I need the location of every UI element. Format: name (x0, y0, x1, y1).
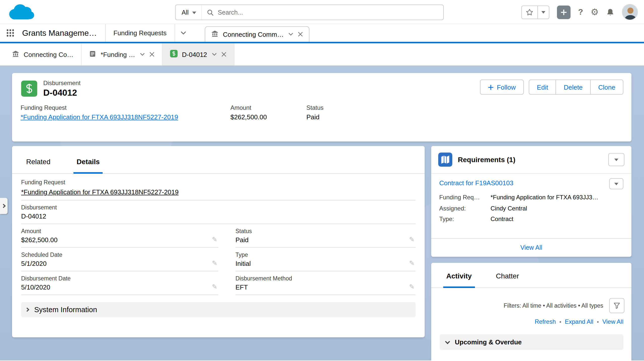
field-label: Disbursement (21, 204, 416, 210)
detail-tabs: Related Details (12, 146, 425, 174)
record-titles: Disbursement D-04012 (43, 80, 80, 98)
requirement-field-type: Type: Contract (439, 215, 623, 223)
split-view-toggle[interactable] (0, 198, 8, 214)
field-label: Funding Request (21, 104, 230, 111)
close-subtab-icon[interactable] (221, 52, 226, 57)
subtab-funding-request[interactable]: *Funding … (82, 43, 162, 65)
activity-links-row: Refresh • Expand All • View All (431, 313, 631, 325)
subtab-menu-chevron-icon[interactable] (140, 53, 145, 56)
field-status: Status Paid ✎ (235, 224, 416, 248)
section-title: Upcoming & Overdue (455, 338, 522, 346)
search-scope-dropdown[interactable]: All (176, 5, 201, 20)
requirement-link[interactable]: Contract for F19AS00103 (439, 179, 513, 187)
field-value: 5/10/2020 (21, 283, 218, 291)
disbursement-icon (170, 50, 177, 59)
funding-request-link[interactable]: *Funding Application for FTXA 693JJ318NF… (21, 113, 230, 121)
chevron-down-icon (541, 11, 545, 16)
subtab-label: D-04012 (182, 51, 207, 58)
system-information-section[interactable]: System Information (21, 302, 416, 317)
workspace-subtabs: Connecting Co… *Funding … D-04012 (0, 43, 644, 66)
nav-item-dropdown-button[interactable] (175, 24, 192, 42)
refresh-link[interactable]: Refresh (535, 318, 556, 325)
account-bank-icon (12, 50, 19, 59)
field-label: Scheduled Date (21, 252, 218, 258)
plus-icon (488, 84, 494, 90)
field-value: $262,500.00 (21, 236, 218, 244)
follow-button[interactable]: Follow (480, 80, 524, 95)
subtab-label: Connecting Co… (24, 51, 73, 58)
edit-pencil-icon[interactable]: ✎ (212, 259, 217, 267)
expand-all-link[interactable]: Expand All (565, 318, 593, 325)
delete-button[interactable]: Delete (556, 80, 591, 95)
search-scope-label: All (182, 9, 189, 16)
field-type: Type Initial ✎ (235, 248, 416, 271)
detail-field-grid: Amount $262,500.00 ✎ Status Paid ✎ Sched… (21, 224, 416, 295)
field-disbursement-method: Disbursement Method EFT ✎ (235, 271, 416, 295)
field-scheduled-date: Scheduled Date 5/1/2020 ✎ (21, 248, 218, 271)
setup-gear-icon[interactable]: ⚙ (591, 8, 599, 17)
upcoming-overdue-section[interactable]: Upcoming & Overdue (440, 334, 623, 350)
close-subtab-icon[interactable] (149, 52, 154, 57)
view-all-link[interactable]: View All (520, 244, 542, 251)
field-label: Status (306, 104, 324, 111)
row-actions-dropdown-button[interactable] (609, 178, 623, 189)
edit-pencil-icon[interactable]: ✎ (212, 283, 217, 291)
edit-pencil-icon[interactable]: ✎ (212, 236, 217, 243)
field-value: 5/1/2020 (21, 260, 218, 267)
tab-chatter[interactable]: Chatter (496, 272, 519, 287)
bullet-separator: • (597, 319, 599, 325)
edit-pencil-icon[interactable]: ✎ (409, 236, 415, 243)
salesforce-logo-icon (5, 2, 36, 25)
close-tab-icon[interactable] (298, 32, 303, 37)
account-bank-icon (211, 30, 218, 39)
subtab-menu-chevron-icon[interactable] (212, 53, 217, 56)
tab-activity[interactable]: Activity (446, 272, 472, 287)
view-all-link[interactable]: View All (602, 318, 623, 325)
filter-button[interactable] (609, 298, 624, 313)
activity-filters-row: Filters: All time • All activities • All… (431, 288, 631, 313)
favorites-dropdown-button[interactable] (538, 6, 549, 18)
field-label: Amount (21, 228, 218, 234)
field-value: Contract (491, 215, 623, 223)
edit-pencil-icon[interactable]: ✎ (409, 259, 415, 267)
funding-request-link[interactable]: *Funding Application for FTXA 693JJ3… (491, 194, 623, 202)
help-icon[interactable]: ? (578, 8, 583, 17)
search-icon (207, 9, 214, 16)
highlight-fields: Funding Request *Funding Application for… (12, 100, 631, 128)
tab-details[interactable]: Details (77, 158, 100, 173)
requirement-item: Contract for F19AS00103 Funding Req… *Fu… (431, 174, 631, 238)
tab-related[interactable]: Related (26, 158, 51, 173)
field-label: Status (235, 228, 416, 234)
global-actions-plus-button[interactable] (557, 5, 571, 19)
funding-request-link[interactable]: *Funding Application for FTXA 693JJ318NF… (21, 188, 179, 196)
tab-menu-chevron-icon[interactable] (288, 33, 293, 36)
plus-icon (560, 9, 567, 15)
follow-button-label: Follow (497, 83, 516, 91)
card-actions-dropdown-button[interactable] (608, 153, 624, 166)
field-label: Type (235, 252, 416, 258)
field-label: Disbursement Date (21, 275, 218, 281)
chevron-right-icon (25, 308, 29, 312)
user-avatar[interactable] (622, 4, 638, 20)
app-launcher-icon[interactable] (0, 24, 20, 42)
assigned-user-link[interactable]: Cindy Central (491, 205, 623, 212)
field-disbursement-date: Disbursement Date 5/10/2020 ✎ (21, 271, 218, 295)
workspace-tab-connecting-communities[interactable]: Connecting Comm… (205, 26, 309, 42)
field-label: Funding Request (21, 179, 416, 185)
notifications-bell-icon[interactable] (606, 8, 614, 16)
global-actions: ? ⚙ (521, 0, 638, 24)
subtab-connecting-communities[interactable]: Connecting Co… (0, 43, 82, 65)
edit-pencil-icon[interactable]: ✎ (409, 283, 415, 291)
subtab-disbursement-active[interactable]: D-04012 (162, 43, 234, 65)
record-name: D-04012 (43, 88, 80, 98)
search-input[interactable] (218, 5, 443, 20)
favorites-star-button[interactable] (522, 6, 538, 18)
global-search[interactable]: All (175, 5, 444, 20)
clone-button[interactable]: Clone (591, 80, 623, 95)
funding-request-doc-icon (89, 50, 96, 59)
edit-button[interactable]: Edit (529, 80, 556, 95)
nav-item-funding-requests[interactable]: Funding Requests (105, 24, 175, 42)
field-amount: Amount $262,500.00 ✎ (21, 224, 218, 248)
field-value: EFT (235, 283, 416, 291)
card-title: Requirements (1) (458, 156, 515, 164)
